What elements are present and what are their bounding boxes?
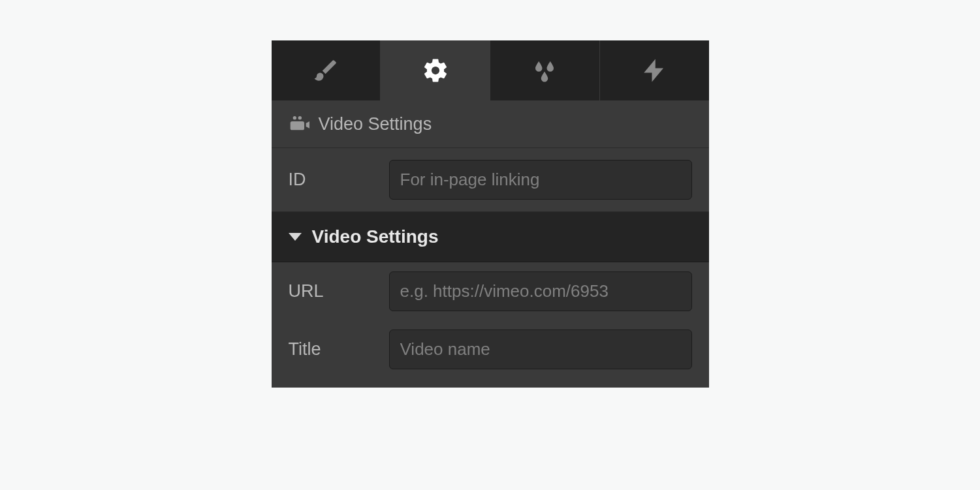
brush-icon xyxy=(312,57,340,84)
id-field-row: ID xyxy=(272,148,709,212)
section-title: Video Settings xyxy=(312,226,439,247)
gear-icon xyxy=(422,57,449,84)
svg-point-0 xyxy=(292,116,296,119)
tab-effects[interactable] xyxy=(490,40,600,100)
bolt-icon xyxy=(640,57,668,84)
section-header-video-settings[interactable]: Video Settings xyxy=(272,212,709,262)
video-settings-fields: URL Title xyxy=(272,262,709,388)
title-field-label: Title xyxy=(289,339,377,360)
droplets-icon xyxy=(531,57,558,84)
panel-header: Video Settings xyxy=(272,100,709,148)
chevron-down-icon xyxy=(289,233,302,241)
title-field-row: Title xyxy=(272,320,709,378)
svg-point-1 xyxy=(298,116,301,119)
tab-interactions[interactable] xyxy=(600,40,709,100)
title-input[interactable] xyxy=(389,329,692,369)
video-camera-icon xyxy=(289,114,309,134)
url-input[interactable] xyxy=(389,271,692,311)
panel-header-title: Video Settings xyxy=(319,114,432,134)
id-input[interactable] xyxy=(389,160,692,200)
tab-settings[interactable] xyxy=(381,40,490,100)
url-field-row: URL xyxy=(272,262,709,320)
url-field-label: URL xyxy=(289,281,377,301)
tab-style[interactable] xyxy=(272,40,381,100)
settings-panel: Video Settings ID Video Settings URL Tit… xyxy=(272,40,709,388)
panel-tabs xyxy=(272,40,709,100)
id-field-label: ID xyxy=(289,170,377,190)
